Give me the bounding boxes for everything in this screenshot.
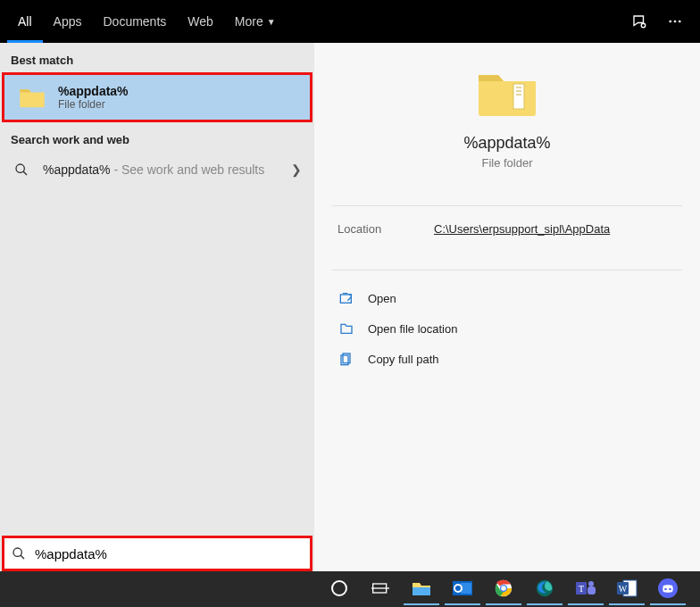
tab-more-label: More <box>235 14 263 29</box>
windows-search-panel: All Apps Documents Web More ▼ Best match <box>0 0 700 607</box>
svg-rect-17 <box>412 587 430 595</box>
svg-rect-28 <box>588 586 596 595</box>
svg-point-23 <box>501 586 506 591</box>
action-copy-path-label: Copy full path <box>368 353 439 366</box>
svg-point-33 <box>664 588 667 591</box>
folder-icon <box>476 68 538 118</box>
search-box[interactable] <box>2 536 312 571</box>
svg-point-1 <box>669 21 671 23</box>
cortana-button[interactable] <box>321 573 357 605</box>
action-open-location-label: Open file location <box>368 322 457 336</box>
best-match-result[interactable]: %appdata% File folder <box>2 72 312 122</box>
taskbar: T W <box>316 571 700 607</box>
open-icon <box>338 290 355 306</box>
taskbar-word[interactable]: W <box>609 573 645 605</box>
taskbar-left-bg <box>0 571 316 607</box>
separator <box>332 205 682 206</box>
taskbar-edge[interactable] <box>527 573 562 605</box>
svg-text:W: W <box>619 584 628 594</box>
taskbar-file-explorer[interactable] <box>404 573 439 605</box>
location-label: Location <box>338 222 434 236</box>
web-search-term: %appdata% <box>43 162 111 177</box>
web-search-suffix: - See work and web results <box>111 162 265 177</box>
search-icon <box>12 546 26 561</box>
taskbar-discord[interactable] <box>650 573 686 605</box>
svg-text:T: T <box>579 584 584 594</box>
detail-subtitle: File folder <box>481 156 532 170</box>
svg-line-5 <box>23 171 27 175</box>
best-match-label: Best match <box>0 43 314 72</box>
tab-apps[interactable]: Apps <box>43 0 93 43</box>
svg-point-2 <box>674 21 677 23</box>
best-match-title: %appdata% <box>58 84 129 98</box>
detail-header: %appdata% File folder <box>314 43 700 187</box>
svg-point-0 <box>641 23 646 28</box>
copy-icon <box>338 351 355 367</box>
best-match-subtitle: File folder <box>58 98 129 111</box>
detail-title: %appdata% <box>463 134 550 153</box>
svg-point-34 <box>669 588 671 591</box>
location-row: Location C:\Users\erpsupport_sipl\AppDat… <box>314 219 700 252</box>
folder-icon <box>17 85 47 110</box>
task-view-button[interactable] <box>362 573 398 605</box>
circle-icon <box>331 580 347 596</box>
feedback-icon[interactable] <box>621 0 657 43</box>
search-ww-label: Search work and web <box>0 122 314 152</box>
chevron-right-icon: ❯ <box>291 162 302 177</box>
results-pane: Best match %appdata% File folder Search … <box>0 43 314 607</box>
taskbar-teams[interactable]: T <box>568 573 604 605</box>
action-open-location[interactable]: Open file location <box>314 313 700 344</box>
tab-more[interactable]: More ▼ <box>224 0 287 43</box>
action-open-label: Open <box>368 292 396 305</box>
folder-open-icon <box>338 320 355 337</box>
location-value[interactable]: C:\Users\erpsupport_sipl\AppData <box>434 222 610 236</box>
web-search-result[interactable]: %appdata% - See work and web results ❯ <box>0 152 314 187</box>
tab-web[interactable]: Web <box>177 0 224 43</box>
tab-all[interactable]: All <box>7 0 43 43</box>
chevron-down-icon: ▼ <box>267 17 276 27</box>
best-match-text: %appdata% File folder <box>58 84 129 111</box>
svg-point-13 <box>13 548 21 556</box>
tab-documents[interactable]: Documents <box>92 0 177 43</box>
search-tab-bar: All Apps Documents Web More ▼ <box>0 0 700 43</box>
separator <box>332 270 682 270</box>
taskbar-chrome[interactable] <box>486 573 521 605</box>
detail-pane: %appdata% File folder Location C:\Users\… <box>314 43 700 607</box>
search-icon <box>12 161 30 179</box>
search-input[interactable] <box>33 545 303 562</box>
content-row: Best match %appdata% File folder Search … <box>0 43 700 607</box>
action-copy-path[interactable]: Copy full path <box>314 344 700 374</box>
taskbar-outlook[interactable] <box>445 573 480 605</box>
svg-line-14 <box>21 555 24 559</box>
more-options-icon[interactable] <box>657 0 693 43</box>
action-open[interactable]: Open <box>314 283 700 313</box>
web-search-text: %appdata% - See work and web results <box>43 162 291 177</box>
svg-point-27 <box>588 581 594 586</box>
svg-point-4 <box>16 164 24 172</box>
svg-point-3 <box>679 21 681 23</box>
